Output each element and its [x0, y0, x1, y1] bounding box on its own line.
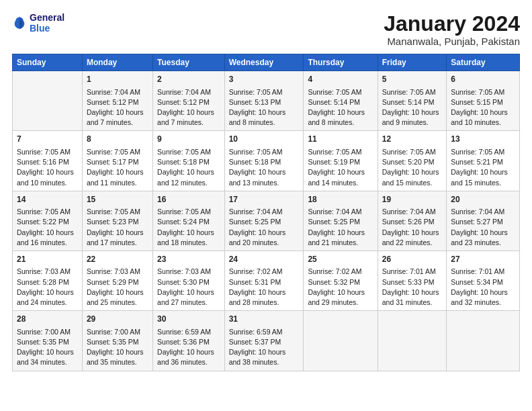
cell-w3-d6: 19Sunrise: 7:04 AMSunset: 5:26 PMDayligh… — [378, 191, 446, 250]
cell-info: Sunrise: 7:05 AMSunset: 5:20 PMDaylight:… — [382, 147, 442, 188]
day-number: 14 — [17, 194, 78, 205]
cell-info: Sunrise: 7:05 AMSunset: 5:18 PMDaylight:… — [157, 147, 220, 188]
day-number: 19 — [382, 194, 442, 205]
day-number: 17 — [229, 194, 300, 205]
day-number: 23 — [157, 254, 220, 265]
cell-w5-d5 — [304, 311, 378, 371]
col-tuesday: Tuesday — [153, 54, 225, 71]
day-number: 1 — [87, 74, 148, 85]
subtitle: Mananwala, Punjab, Pakistan — [384, 36, 520, 47]
title-block: January 2024 Mananwala, Punjab, Pakistan — [384, 12, 520, 47]
cell-info: Sunrise: 7:01 AMSunset: 5:34 PMDaylight:… — [451, 267, 515, 308]
header: General Blue January 2024 Mananwala, Pun… — [12, 12, 520, 47]
cell-info: Sunrise: 7:04 AMSunset: 5:25 PMDaylight:… — [308, 207, 373, 248]
cell-info: Sunrise: 7:04 AMSunset: 5:12 PMDaylight:… — [87, 87, 148, 128]
cell-info: Sunrise: 7:04 AMSunset: 5:26 PMDaylight:… — [382, 207, 442, 248]
cell-info: Sunrise: 7:00 AMSunset: 5:35 PMDaylight:… — [17, 327, 78, 368]
col-saturday: Saturday — [447, 54, 520, 71]
cell-w4-d4: 24Sunrise: 7:02 AMSunset: 5:31 PMDayligh… — [224, 250, 304, 310]
cell-info: Sunrise: 7:04 AMSunset: 5:27 PMDaylight:… — [451, 207, 515, 248]
cell-w4-d5: 25Sunrise: 7:02 AMSunset: 5:32 PMDayligh… — [304, 250, 378, 310]
week-row-5: 28Sunrise: 7:00 AMSunset: 5:35 PMDayligh… — [13, 311, 520, 371]
main-title: January 2024 — [384, 12, 520, 36]
cell-w1-d5: 4Sunrise: 7:05 AMSunset: 5:14 PMDaylight… — [304, 71, 378, 131]
day-number: 9 — [157, 134, 220, 145]
day-number: 29 — [87, 314, 148, 325]
col-wednesday: Wednesday — [224, 54, 304, 71]
cell-w4-d2: 22Sunrise: 7:03 AMSunset: 5:29 PMDayligh… — [82, 250, 152, 310]
day-number: 27 — [451, 254, 515, 265]
cell-w2-d4: 10Sunrise: 7:05 AMSunset: 5:18 PMDayligh… — [224, 131, 304, 191]
cell-info: Sunrise: 7:05 AMSunset: 5:14 PMDaylight:… — [382, 87, 442, 128]
cell-info: Sunrise: 7:05 AMSunset: 5:19 PMDaylight:… — [308, 147, 373, 188]
cell-w3-d3: 16Sunrise: 7:05 AMSunset: 5:24 PMDayligh… — [153, 191, 225, 250]
cell-w3-d1: 14Sunrise: 7:05 AMSunset: 5:22 PMDayligh… — [13, 191, 83, 250]
cell-info: Sunrise: 7:05 AMSunset: 5:17 PMDaylight:… — [87, 147, 148, 188]
cell-w4-d6: 26Sunrise: 7:01 AMSunset: 5:33 PMDayligh… — [378, 250, 446, 310]
day-number: 5 — [382, 74, 442, 85]
cell-info: Sunrise: 7:05 AMSunset: 5:15 PMDaylight:… — [451, 87, 515, 128]
day-number: 28 — [17, 314, 78, 325]
cell-w5-d7 — [447, 311, 520, 371]
cell-info: Sunrise: 7:05 AMSunset: 5:18 PMDaylight:… — [229, 147, 300, 188]
cell-w1-d3: 2Sunrise: 7:04 AMSunset: 5:12 PMDaylight… — [153, 71, 225, 131]
day-number: 3 — [229, 74, 300, 85]
calendar-table: Sunday Monday Tuesday Wednesday Thursday… — [12, 54, 520, 371]
header-row: Sunday Monday Tuesday Wednesday Thursday… — [13, 54, 520, 71]
day-number: 4 — [308, 74, 373, 85]
day-number: 13 — [451, 134, 515, 145]
cell-w2-d3: 9Sunrise: 7:05 AMSunset: 5:18 PMDaylight… — [153, 131, 225, 191]
day-number: 21 — [17, 254, 78, 265]
day-number: 30 — [157, 314, 220, 325]
col-sunday: Sunday — [13, 54, 83, 71]
col-monday: Monday — [82, 54, 152, 71]
calendar-header: Sunday Monday Tuesday Wednesday Thursday… — [13, 54, 520, 71]
day-number: 31 — [229, 314, 300, 325]
cell-info: Sunrise: 7:03 AMSunset: 5:28 PMDaylight:… — [17, 267, 78, 308]
cell-w5-d4: 31Sunrise: 6:59 AMSunset: 5:37 PMDayligh… — [224, 311, 304, 371]
day-number: 2 — [157, 74, 220, 85]
cell-w2-d1: 7Sunrise: 7:05 AMSunset: 5:16 PMDaylight… — [13, 131, 83, 191]
day-number: 26 — [382, 254, 442, 265]
cell-w2-d6: 12Sunrise: 7:05 AMSunset: 5:20 PMDayligh… — [378, 131, 446, 191]
week-row-2: 7Sunrise: 7:05 AMSunset: 5:16 PMDaylight… — [13, 131, 520, 191]
cell-info: Sunrise: 7:05 AMSunset: 5:22 PMDaylight:… — [17, 207, 78, 248]
cell-info: Sunrise: 7:02 AMSunset: 5:31 PMDaylight:… — [229, 267, 300, 308]
cell-info: Sunrise: 7:05 AMSunset: 5:23 PMDaylight:… — [87, 207, 148, 248]
cell-w4-d3: 23Sunrise: 7:03 AMSunset: 5:30 PMDayligh… — [153, 250, 225, 310]
cell-w2-d5: 11Sunrise: 7:05 AMSunset: 5:19 PMDayligh… — [304, 131, 378, 191]
cell-w1-d6: 5Sunrise: 7:05 AMSunset: 5:14 PMDaylight… — [378, 71, 446, 131]
col-thursday: Thursday — [304, 54, 378, 71]
cell-w3-d5: 18Sunrise: 7:04 AMSunset: 5:25 PMDayligh… — [304, 191, 378, 250]
cell-info: Sunrise: 7:01 AMSunset: 5:33 PMDaylight:… — [382, 267, 442, 308]
day-number: 12 — [382, 134, 442, 145]
cell-info: Sunrise: 7:05 AMSunset: 5:14 PMDaylight:… — [308, 87, 373, 128]
day-number: 22 — [87, 254, 148, 265]
cell-info: Sunrise: 7:04 AMSunset: 5:12 PMDaylight:… — [157, 87, 220, 128]
cell-info: Sunrise: 7:04 AMSunset: 5:25 PMDaylight:… — [229, 207, 300, 248]
cell-info: Sunrise: 7:05 AMSunset: 5:16 PMDaylight:… — [17, 147, 78, 188]
cell-w5-d1: 28Sunrise: 7:00 AMSunset: 5:35 PMDayligh… — [13, 311, 83, 371]
cell-w1-d4: 3Sunrise: 7:05 AMSunset: 5:13 PMDaylight… — [224, 71, 304, 131]
day-number: 8 — [87, 134, 148, 145]
day-number: 25 — [308, 254, 373, 265]
day-number: 20 — [451, 194, 515, 205]
cell-info: Sunrise: 7:05 AMSunset: 5:21 PMDaylight:… — [451, 147, 515, 188]
cell-info: Sunrise: 6:59 AMSunset: 5:36 PMDaylight:… — [157, 327, 220, 368]
cell-info: Sunrise: 7:05 AMSunset: 5:13 PMDaylight:… — [229, 87, 300, 128]
cell-info: Sunrise: 7:02 AMSunset: 5:32 PMDaylight:… — [308, 267, 373, 308]
cell-w1-d2: 1Sunrise: 7:04 AMSunset: 5:12 PMDaylight… — [82, 71, 152, 131]
day-number: 11 — [308, 134, 373, 145]
day-number: 6 — [451, 74, 515, 85]
day-number: 15 — [87, 194, 148, 205]
cell-w4-d7: 27Sunrise: 7:01 AMSunset: 5:34 PMDayligh… — [447, 250, 520, 310]
cell-info: Sunrise: 7:00 AMSunset: 5:35 PMDaylight:… — [87, 327, 148, 368]
col-friday: Friday — [378, 54, 446, 71]
day-number: 7 — [17, 134, 78, 145]
calendar-body: 1Sunrise: 7:04 AMSunset: 5:12 PMDaylight… — [13, 71, 520, 371]
logo: General Blue — [12, 12, 64, 34]
cell-info: Sunrise: 7:05 AMSunset: 5:24 PMDaylight:… — [157, 207, 220, 248]
cell-w1-d1 — [13, 71, 83, 131]
cell-info: Sunrise: 7:03 AMSunset: 5:30 PMDaylight:… — [157, 267, 220, 308]
cell-w3-d4: 17Sunrise: 7:04 AMSunset: 5:25 PMDayligh… — [224, 191, 304, 250]
